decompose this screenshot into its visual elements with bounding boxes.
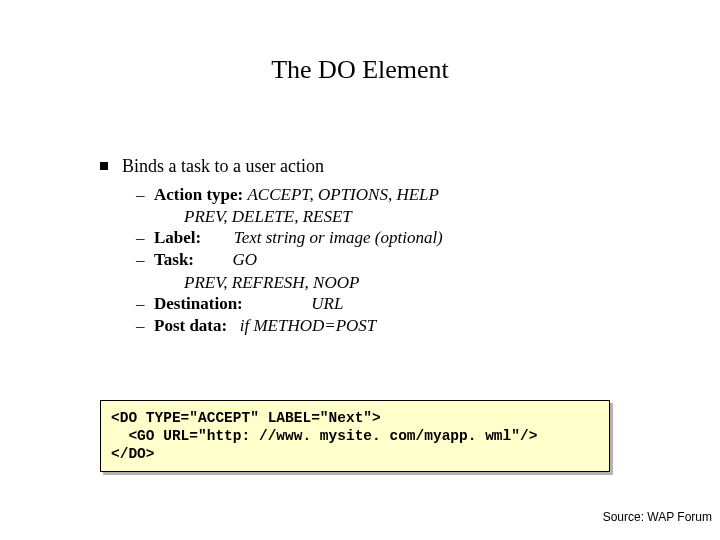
source-credit: Source: WAP Forum <box>603 510 712 524</box>
sub-continuation: PREV, REFRESH, NOOP <box>184 272 660 293</box>
sub-item-label: – Label: Text string or image (optional) <box>136 227 660 248</box>
square-bullet-icon <box>100 162 108 170</box>
slide-body: Binds a task to a user action – Action t… <box>100 155 660 337</box>
sub-value: URL <box>311 294 343 313</box>
sub-value: Text string or image (optional) <box>234 228 443 247</box>
sub-label: Task: <box>154 250 194 269</box>
dash-icon: – <box>136 249 150 270</box>
sub-value: if METHOD=POST <box>240 316 377 335</box>
sub-bullet-list: – Action type: ACCEPT, OPTIONS, HELP PRE… <box>136 184 660 337</box>
sub-label: Action type: <box>154 185 243 204</box>
slide-title: The DO Element <box>0 55 720 85</box>
code-example-box: <DO TYPE="ACCEPT" LABEL="Next"> <GO URL=… <box>100 400 610 472</box>
dash-icon: – <box>136 227 150 248</box>
main-bullet-row: Binds a task to a user action <box>100 155 660 178</box>
sub-label: Destination: <box>154 294 243 313</box>
sub-continuation: PREV, DELETE, RESET <box>184 206 660 227</box>
sub-item-post-data: – Post data: if METHOD=POST <box>136 315 660 336</box>
dash-icon: – <box>136 293 150 314</box>
sub-item-task: – Task: GO <box>136 249 660 270</box>
sub-value: ACCEPT, OPTIONS, HELP <box>247 185 438 204</box>
sub-label: Post data: <box>154 316 227 335</box>
main-bullet-text: Binds a task to a user action <box>122 155 324 178</box>
dash-icon: – <box>136 184 150 205</box>
dash-icon: – <box>136 315 150 336</box>
sub-label: Label: <box>154 228 201 247</box>
sub-item-destination: – Destination: URL <box>136 293 660 314</box>
sub-item-action-type: – Action type: ACCEPT, OPTIONS, HELP <box>136 184 660 205</box>
sub-value: GO <box>233 250 258 269</box>
